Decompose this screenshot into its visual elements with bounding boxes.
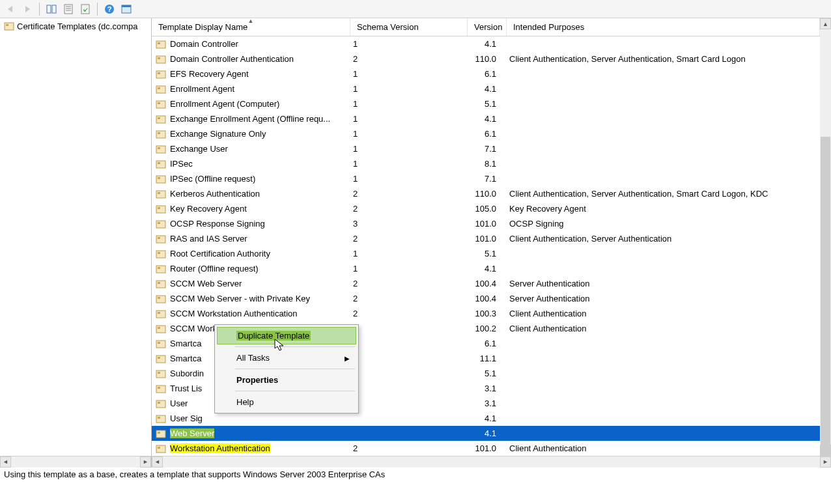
tree-root-label: Certificate Templates (dc.compa — [17, 21, 137, 31]
svg-rect-30 — [158, 147, 160, 149]
right-horizontal-scrollbar[interactable]: ◄ ► — [152, 456, 831, 467]
svg-rect-65 — [156, 415, 165, 423]
table-row[interactable]: IPSec (Offline request)17.1 — [152, 171, 820, 186]
scroll-thumb[interactable] — [821, 137, 830, 456]
certificate-icon — [156, 249, 166, 259]
certificate-icon — [156, 354, 166, 364]
svg-rect-21 — [156, 86, 165, 93]
version: 101.0 — [468, 219, 507, 229]
table-row[interactable]: Exchange Signature Only16.1 — [152, 126, 820, 141]
template-name: Exchange User — [170, 144, 228, 154]
toolbar: ? — [0, 0, 831, 18]
svg-rect-15 — [156, 41, 165, 48]
svg-rect-44 — [158, 252, 160, 254]
table-row[interactable]: Web Server4.1 — [152, 426, 820, 441]
template-name: Enrollment Agent (Computer) — [170, 99, 279, 109]
schema-version: 3 — [350, 219, 468, 229]
context-menu-all-tasks[interactable]: All Tasks▶ — [217, 349, 356, 367]
certificate-icon — [156, 114, 166, 124]
refresh-button[interactable] — [77, 1, 93, 17]
show-hide-tree-button[interactable] — [44, 1, 59, 17]
svg-rect-14 — [6, 24, 8, 26]
table-row[interactable]: Router (Offline request)14.1 — [152, 261, 820, 276]
table-row[interactable]: Domain Controller14.1 — [152, 36, 820, 51]
certificate-icon — [156, 129, 166, 139]
sort-ascending-icon: ▲ — [248, 18, 254, 24]
svg-rect-24 — [158, 102, 160, 104]
scroll-up-button[interactable]: ▲ — [820, 18, 831, 29]
table-row[interactable]: OCSP Response Signing3101.0OCSP Signing — [152, 216, 820, 231]
column-header-name[interactable]: ▲Template Display Name — [152, 18, 350, 36]
version: 6.1 — [468, 129, 507, 139]
properties-button[interactable] — [61, 1, 76, 17]
table-row[interactable]: Kerberos Authentication2110.0Client Auth… — [152, 186, 820, 201]
table-row[interactable]: Enrollment Agent14.1 — [152, 81, 820, 96]
help-button[interactable]: ? — [102, 1, 117, 17]
template-name: Exchange Signature Only — [170, 129, 266, 139]
svg-rect-42 — [158, 237, 160, 239]
forward-button[interactable] — [20, 1, 35, 17]
status-text: Using this template as a base, creates a… — [4, 469, 385, 479]
scroll-left-button[interactable]: ◄ — [0, 456, 11, 468]
svg-marker-1 — [25, 6, 30, 12]
table-row[interactable]: RAS and IAS Server2101.0Client Authentic… — [152, 231, 820, 246]
table-row[interactable]: EFS Recovery Agent16.1 — [152, 66, 820, 81]
table-row[interactable]: Domain Controller Authentication2110.0Cl… — [152, 51, 820, 66]
table-row[interactable]: SCCM Workstation Authentication2100.3Cli… — [152, 306, 820, 321]
svg-rect-48 — [158, 282, 160, 284]
column-header-purposes[interactable]: Intended Purposes — [507, 18, 820, 36]
svg-rect-66 — [158, 417, 160, 419]
version: 100.4 — [468, 279, 507, 288]
context-menu-properties[interactable]: Properties — [217, 371, 356, 389]
scroll-track[interactable] — [163, 456, 820, 468]
table-row[interactable]: Key Recovery Agent2105.0Key Recovery Age… — [152, 201, 820, 216]
certificate-icon — [156, 189, 166, 199]
left-horizontal-scrollbar[interactable]: ◄ ► — [0, 456, 151, 467]
template-name: Trust Lis — [170, 384, 202, 393]
back-button[interactable] — [3, 1, 18, 17]
column-header-version[interactable]: Version — [468, 18, 507, 36]
certificate-icon — [156, 159, 166, 169]
table-row[interactable]: Workstation Authentication2101.0Client A… — [152, 441, 820, 456]
svg-rect-20 — [158, 72, 160, 74]
svg-rect-58 — [158, 357, 160, 359]
tree-root[interactable]: Certificate Templates (dc.compa — [0, 18, 151, 34]
svg-rect-59 — [156, 371, 165, 378]
table-row[interactable]: IPSec18.1 — [152, 156, 820, 171]
certificate-icon — [156, 384, 166, 394]
certificate-icon — [156, 84, 166, 94]
context-menu-duplicate[interactable]: Duplicate Template — [217, 327, 356, 344]
certificate-icon — [156, 174, 166, 184]
schema-version: 2 — [350, 54, 468, 64]
submenu-arrow-icon: ▶ — [345, 354, 350, 361]
svg-rect-22 — [158, 87, 160, 89]
template-name: User — [170, 399, 188, 408]
certificate-icon — [156, 309, 166, 319]
certificate-icon — [156, 264, 166, 274]
table-row[interactable]: Exchange User17.1 — [152, 141, 820, 156]
table-row[interactable]: Enrollment Agent (Computer)15.1 — [152, 96, 820, 111]
version: 7.1 — [468, 144, 507, 154]
column-header-schema[interactable]: Schema Version — [350, 18, 468, 36]
template-name: Workstation Authentication — [170, 443, 270, 453]
schema-version: 2 — [350, 279, 468, 288]
scroll-right-button[interactable]: ► — [820, 456, 831, 468]
intended-purposes: Client Authentication — [507, 443, 820, 453]
context-menu: Duplicate Template All Tasks▶ Properties… — [214, 324, 359, 413]
certificate-icon — [156, 69, 166, 79]
scroll-right-button[interactable]: ► — [140, 456, 151, 468]
table-row[interactable]: Exchange Enrollment Agent (Offline requ.… — [152, 111, 820, 126]
table-row[interactable]: SCCM Web Server2100.4Server Authenticati… — [152, 276, 820, 291]
template-name: Smartca — [170, 339, 201, 348]
table-row[interactable]: Root Certification Authority15.1 — [152, 246, 820, 261]
scroll-track[interactable] — [11, 456, 140, 468]
schema-version: 1 — [350, 144, 468, 154]
table-row[interactable]: SCCM Web Server - with Private Key2100.4… — [152, 291, 820, 306]
version: 100.3 — [468, 309, 507, 318]
vertical-scrollbar[interactable]: ▲ ▼ — [820, 18, 831, 456]
scroll-left-button[interactable]: ◄ — [152, 456, 163, 468]
template-name: Enrollment Agent — [170, 84, 234, 94]
window-button[interactable] — [119, 1, 134, 17]
template-name: Root Certification Authority — [170, 249, 270, 259]
context-menu-help[interactable]: Help — [217, 393, 356, 411]
